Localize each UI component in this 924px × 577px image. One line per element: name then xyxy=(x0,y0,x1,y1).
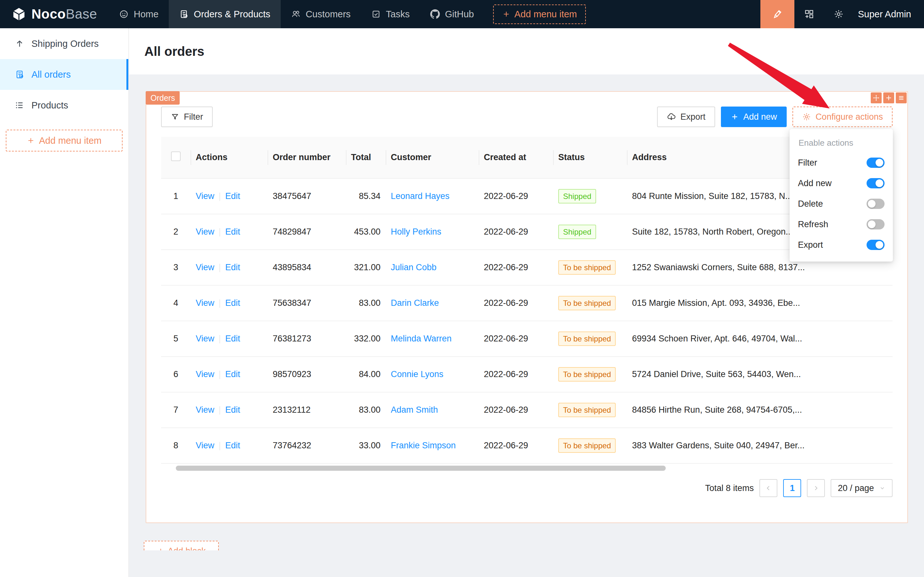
refresh-toggle[interactable] xyxy=(866,219,885,229)
edit-link[interactable]: Edit xyxy=(225,405,240,414)
arrow-up-icon xyxy=(15,39,24,48)
enable-action-export[interactable]: Export xyxy=(790,235,893,255)
settings-button[interactable] xyxy=(834,9,844,19)
github-icon xyxy=(430,9,440,19)
add-block-icon[interactable] xyxy=(883,92,894,103)
ui-editor-button[interactable] xyxy=(760,0,794,28)
filter-button[interactable]: Filter xyxy=(161,106,213,127)
filter-funnel-icon xyxy=(171,113,179,121)
highlighter-pen-icon xyxy=(772,9,783,19)
customer-link[interactable]: Adam Smith xyxy=(391,405,438,414)
sidebar-add-menu-item-button[interactable]: Add menu item xyxy=(6,130,122,152)
table-row[interactable]: 3 ViewEdit 43895834 321.00 Julian Cobb 2… xyxy=(161,250,893,285)
link-divider xyxy=(219,406,220,414)
prev-page-button[interactable] xyxy=(760,479,778,497)
total-cell: 85.34 xyxy=(359,191,380,201)
total-cell: 84.00 xyxy=(359,369,380,379)
edit-link[interactable]: Edit xyxy=(225,263,240,272)
nav-item-label: Orders & Products xyxy=(194,9,270,19)
enable-action-filter[interactable]: Filter xyxy=(790,152,893,173)
created-at-cell: 2022-06-29 xyxy=(484,369,528,379)
order-number-cell: 76381273 xyxy=(273,334,311,343)
next-page-button[interactable] xyxy=(807,479,825,497)
nav-item-home[interactable]: Home xyxy=(109,0,169,28)
edit-link[interactable]: Edit xyxy=(225,369,240,379)
order-number-cell: 73764232 xyxy=(273,441,311,450)
toggle-knob xyxy=(868,221,876,228)
status-tag: To be shipped xyxy=(558,260,616,275)
gear-icon xyxy=(834,9,844,19)
edit-link[interactable]: Edit xyxy=(225,298,240,308)
add-block-clipped-region: Add block xyxy=(144,541,219,550)
sidebar-item-label: All orders xyxy=(31,69,71,80)
customer-link[interactable]: Connie Lyons xyxy=(391,369,443,379)
customer-link[interactable]: Holly Perkins xyxy=(391,227,441,237)
sidebar-item-all-orders[interactable]: All orders xyxy=(0,59,128,90)
customer-link[interactable]: Julian Cobb xyxy=(391,263,437,272)
status-tag: To be shipped xyxy=(558,367,616,382)
configure-actions-button[interactable]: Configure actions xyxy=(792,106,893,127)
view-link[interactable]: View xyxy=(196,334,214,343)
edit-link[interactable]: Edit xyxy=(225,334,240,343)
scrollbar-thumb[interactable] xyxy=(176,466,666,471)
filter-toggle[interactable] xyxy=(866,158,885,168)
delete-toggle[interactable] xyxy=(866,199,885,209)
edit-link[interactable]: Edit xyxy=(225,441,240,450)
add-new-toggle[interactable] xyxy=(866,178,885,189)
plus-icon xyxy=(157,547,164,550)
nav-item-tasks[interactable]: Tasks xyxy=(361,0,420,28)
nocobase-logo[interactable]: NocoBase xyxy=(0,0,109,28)
view-link[interactable]: View xyxy=(196,191,214,201)
current-user[interactable]: Super Admin xyxy=(858,9,911,19)
export-toggle[interactable] xyxy=(866,240,885,250)
nav-item-customers[interactable]: Customers xyxy=(281,0,361,28)
export-button[interactable]: Export xyxy=(657,106,715,127)
table-row[interactable]: 7 ViewEdit 23132112 83.00 Adam Smith 202… xyxy=(161,392,893,428)
sidebar-item-label: Shipping Orders xyxy=(31,39,99,49)
column-header-actions: Actions xyxy=(191,137,267,179)
view-link[interactable]: View xyxy=(196,441,214,450)
table-row[interactable]: 6 ViewEdit 98570923 84.00 Connie Lyons 2… xyxy=(161,356,893,392)
select-all-checkbox[interactable] xyxy=(171,152,180,161)
page-size-select[interactable]: 20 / page xyxy=(831,479,893,497)
nav-add-menu-item-button[interactable]: Add menu item xyxy=(493,5,586,24)
nav-item-github[interactable]: GitHub xyxy=(420,0,484,28)
link-divider xyxy=(219,335,220,343)
view-link[interactable]: View xyxy=(196,405,214,414)
view-link[interactable]: View xyxy=(196,298,214,308)
view-link[interactable]: View xyxy=(196,227,214,237)
customer-link[interactable]: Leonard Hayes xyxy=(391,191,449,201)
page-number-1[interactable]: 1 xyxy=(783,479,801,497)
sidebar-item-shipping-orders[interactable]: Shipping Orders xyxy=(0,28,128,59)
customer-link[interactable]: Frankie Simpson xyxy=(391,441,456,450)
table-row[interactable]: 1 ViewEdit 38475647 85.34 Leonard Hayes … xyxy=(161,179,893,214)
table-toolbar: Filter Export Add new Configure actions xyxy=(161,106,893,127)
table-row[interactable]: 8 ViewEdit 73764232 33.00 Frankie Simpso… xyxy=(161,428,893,463)
table-row[interactable]: 4 ViewEdit 75638347 83.00 Darin Clarke 2… xyxy=(161,285,893,321)
edit-link[interactable]: Edit xyxy=(225,227,240,237)
brand-text: NocoBase xyxy=(31,6,97,22)
drag-handle-icon[interactable] xyxy=(871,92,882,103)
add-new-button[interactable]: Add new xyxy=(721,106,787,127)
customer-link[interactable]: Melinda Warren xyxy=(391,334,452,343)
table-row[interactable]: 2 ViewEdit 74829847 453.00 Holly Perkins… xyxy=(161,214,893,250)
add-block-button[interactable]: Add block xyxy=(144,541,219,550)
customer-link[interactable]: Darin Clarke xyxy=(391,298,439,308)
pagination: Total 8 items 1 20 / page xyxy=(161,479,893,497)
sidebar-item-products[interactable]: Products xyxy=(0,90,128,121)
view-link[interactable]: View xyxy=(196,263,214,272)
table-row[interactable]: 5 ViewEdit 76381273 332.00 Melinda Warre… xyxy=(161,321,893,356)
block-menu-icon[interactable] xyxy=(896,92,907,103)
plus-icon xyxy=(502,10,510,18)
total-cell: 321.00 xyxy=(354,263,380,272)
plugin-manager-button[interactable] xyxy=(804,9,814,19)
view-link[interactable]: View xyxy=(196,369,214,379)
block-collection-tag: Orders xyxy=(146,91,180,105)
main-area: All orders Orders Filter Export xyxy=(129,28,924,577)
enable-action-delete[interactable]: Delete xyxy=(790,193,893,214)
check-square-icon xyxy=(371,9,381,19)
enable-action-add-new[interactable]: Add new xyxy=(790,173,893,193)
nav-item-orders-products[interactable]: Orders & Products xyxy=(169,0,281,28)
edit-link[interactable]: Edit xyxy=(225,191,240,201)
enable-action-refresh[interactable]: Refresh xyxy=(790,214,893,235)
